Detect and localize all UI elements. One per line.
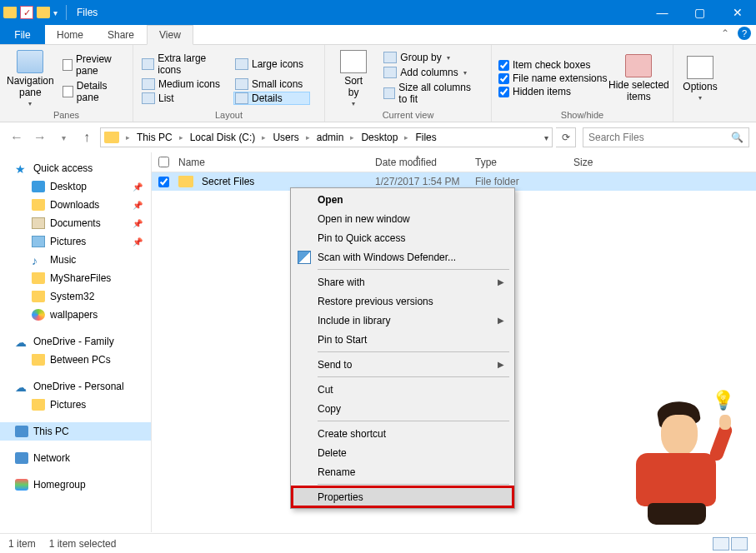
hide-selected-items-button[interactable]: Hide selected items [613, 48, 663, 108]
sidebar-item[interactable]: Between PCs [0, 351, 151, 369]
ctx-properties[interactable]: Properties [293, 487, 513, 506]
sidebar-homegroup[interactable]: Homegroup [0, 476, 151, 494]
column-date[interactable]: Date modified [375, 157, 475, 168]
ribbon-collapse-caret[interactable]: ⌃ [721, 27, 729, 39]
ctx-rename[interactable]: Rename [293, 462, 513, 481]
list-icon [142, 92, 155, 104]
ctx-copy[interactable]: Copy [293, 399, 513, 418]
crumb-local-disk[interactable]: Local Disk (C:) [187, 132, 259, 143]
details-pane-button[interactable]: Details pane [61, 79, 126, 104]
crumb-this-pc[interactable]: This PC [133, 132, 176, 143]
sidebar-item[interactable]: Pictures [0, 396, 151, 414]
crumb-desktop[interactable]: Desktop [358, 132, 401, 143]
sidebar-item-label: Desktop [50, 181, 87, 192]
ctx-pin-quick-access[interactable]: Pin to Quick access [293, 228, 513, 247]
layout-details[interactable]: Details [233, 92, 310, 105]
sidebar-item[interactable]: ♪Music [0, 251, 151, 269]
forward-button[interactable]: → [30, 127, 50, 147]
layout-large[interactable]: Large icons [233, 52, 310, 77]
file-type: File folder [475, 176, 573, 187]
up-button[interactable]: ↑ [77, 127, 97, 147]
ctx-include-library[interactable]: Include in library▶ [293, 311, 513, 330]
home-tab[interactable]: Home [45, 25, 96, 44]
view-tab[interactable]: View [147, 25, 193, 45]
ctx-open-new-window[interactable]: Open in new window [293, 209, 513, 228]
group-label-panes: Panes [7, 108, 126, 120]
hidden-items-toggle[interactable]: Hidden items [498, 86, 607, 97]
file-tab[interactable]: File [0, 25, 45, 44]
qat-properties-icon[interactable]: ✓ [20, 6, 33, 19]
column-type[interactable]: Type [475, 157, 573, 168]
share-tab[interactable]: Share [96, 25, 147, 44]
medium-icons-icon [142, 78, 155, 90]
ctx-send-to[interactable]: Send to▶ [293, 355, 513, 374]
layout-medium[interactable]: Medium icons [140, 77, 233, 91]
address-dropdown-caret[interactable]: ▾ [544, 133, 548, 142]
cloud-icon: ☁ [15, 336, 28, 347]
file-name: Secret Files [202, 176, 254, 187]
breadcrumb[interactable]: ▸ This PC▸ Local Disk (C:)▸ Users▸ admin… [100, 127, 553, 147]
sidebar-this-pc[interactable]: This PC [0, 422, 151, 441]
sidebar-item[interactable]: MyShareFiles [0, 269, 151, 287]
quick-access-toolbar: ✓ ▾ [0, 6, 61, 19]
sidebar-item[interactable]: Desktop📌 [0, 177, 151, 196]
search-input[interactable] [588, 132, 731, 143]
column-name[interactable]: Name [175, 157, 375, 168]
back-button[interactable]: ← [7, 127, 27, 147]
preview-pane-button[interactable]: Preview pane [61, 52, 126, 77]
minimize-button[interactable]: ― [643, 0, 681, 25]
ctx-create-shortcut[interactable]: Create shortcut [293, 424, 513, 443]
ctx-cut[interactable]: Cut [293, 380, 513, 399]
ctx-delete[interactable]: Delete [293, 443, 513, 462]
homegroup-icon [15, 479, 28, 491]
sidebar-onedrive-family[interactable]: ☁OneDrive - Family [0, 332, 151, 351]
ctx-pin-start[interactable]: Pin to Start [293, 330, 513, 349]
navigation-pane-button[interactable]: Navigation pane ▾ [7, 48, 54, 108]
group-label-show-hide: Show/hide [498, 108, 666, 120]
row-checkbox[interactable] [158, 177, 169, 187]
sidebar-item[interactable]: Pictures📌 [0, 232, 151, 251]
pin-icon: 📌 [133, 182, 143, 192]
qat-customize-caret[interactable]: ▾ [53, 8, 58, 17]
sidebar-quick-access[interactable]: ★Quick access [0, 159, 151, 177]
size-columns-button[interactable]: Size all columns to fit [382, 81, 484, 106]
sidebar-item-icon [32, 236, 45, 247]
ctx-scan-defender[interactable]: Scan with Windows Defender... [293, 247, 513, 267]
crumb-files[interactable]: Files [412, 132, 439, 143]
crumb-users[interactable]: Users [269, 132, 302, 143]
file-name-extensions-toggle[interactable]: File name extensions [498, 72, 607, 84]
recent-locations-button[interactable]: ▾ [53, 127, 73, 147]
view-details-toggle[interactable] [713, 537, 729, 551]
sidebar-item-icon [32, 354, 45, 366]
pin-icon: 📌 [133, 237, 143, 247]
layout-small[interactable]: Small icons [233, 77, 310, 91]
crumb-admin[interactable]: admin [313, 132, 348, 143]
sidebar-item[interactable]: Downloads📌 [0, 196, 151, 214]
column-size[interactable]: Size [573, 157, 632, 168]
layout-list[interactable]: List [140, 92, 233, 105]
search-box[interactable]: 🔍 [583, 127, 749, 147]
qat-new-folder-icon[interactable] [37, 7, 50, 18]
ctx-open[interactable]: Open [293, 190, 513, 209]
help-icon[interactable]: ? [738, 27, 751, 40]
item-check-boxes-toggle[interactable]: Item check boxes [498, 59, 607, 71]
maximize-button[interactable]: ▢ [681, 0, 718, 25]
view-thumbnails-toggle[interactable] [731, 537, 748, 551]
sort-by-button[interactable]: Sort by ▾ [332, 48, 375, 108]
sidebar-network[interactable]: Network [0, 449, 151, 467]
options-button[interactable]: Options ▾ [680, 48, 720, 108]
ctx-share-with[interactable]: Share with▶ [293, 272, 513, 291]
ctx-restore-versions[interactable]: Restore previous versions [293, 291, 513, 311]
sidebar-onedrive-personal[interactable]: ☁OneDrive - Personal [0, 377, 151, 396]
refresh-button[interactable]: ⟳ [556, 127, 576, 147]
close-button[interactable]: ✕ [718, 0, 756, 25]
select-all-checkbox[interactable] [158, 157, 169, 167]
sidebar-item[interactable]: System32 [0, 287, 151, 306]
sidebar-item[interactable]: wallpapers [0, 306, 151, 324]
mascot-illustration: 💡 [614, 390, 739, 531]
group-by-button[interactable]: Group by ▾ [382, 51, 484, 64]
sidebar-item[interactable]: Documents📌 [0, 214, 151, 232]
layout-extra-large[interactable]: Extra large icons [140, 52, 233, 77]
add-columns-button[interactable]: Add columns ▾ [382, 66, 484, 79]
size-columns-icon [383, 87, 395, 99]
